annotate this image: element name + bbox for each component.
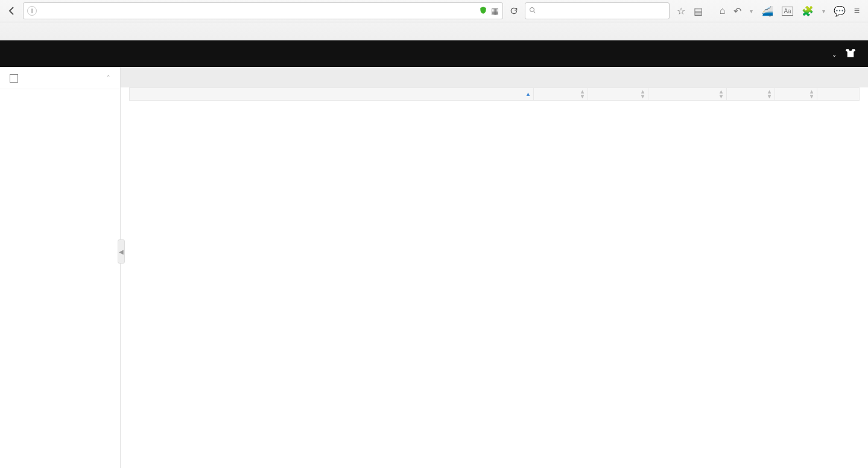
hamburger-icon[interactable]: ≡ [854,5,860,16]
col-delete[interactable] [817,88,860,101]
back-button[interactable] [4,2,21,19]
chat-icon[interactable]: 💬 [834,5,846,17]
user-role-dropdown[interactable]: ⌄ [830,49,837,58]
col-views[interactable]: ▴▾ [727,88,775,101]
theme-icon[interactable] [845,48,856,60]
browser-chrome: i ▦ ☆ ▤ ⌂ ↶ ▾ 🚄 Aa 🧩 [0,0,868,40]
col-edit[interactable]: ▴▾ [775,88,817,101]
info-icon[interactable]: i [27,6,37,16]
tabs [121,67,868,87]
app-header: ⌄ [0,40,868,67]
sidebar-collapse-handle[interactable]: ◀ [118,239,125,264]
content: ▴ ▴▾ ▴▾ ▴▾ ▴▾ [121,87,868,468]
blog-table: ▴ ▴▾ ▴▾ ▴▾ ▴▾ [129,87,860,101]
sidebar-group-blog[interactable]: ˄ [0,67,120,89]
svg-point-0 [530,8,534,12]
bookmarks-bar [0,22,868,40]
star-icon[interactable]: ☆ [677,5,685,17]
train-icon[interactable]: 🚄 [761,5,773,17]
shield-icon[interactable] [479,6,487,16]
search-icon [529,6,536,16]
app-title [12,48,14,60]
undo-icon[interactable]: ↶ [733,5,741,17]
folder-icon [10,74,18,83]
col-author[interactable]: ▴▾ [648,88,727,101]
url-bar[interactable]: i ▦ [23,2,503,19]
toolbar-icons: ☆ ▤ ⌂ ↶ ▾ 🚄 Aa 🧩 ▾ 💬 ≡ [672,5,864,17]
dropdown-icon[interactable]: ▾ [750,8,753,14]
sidebar: ˄ ◀ [0,67,121,468]
aa-icon[interactable]: Aa [782,7,793,16]
col-category[interactable]: ▴▾ [534,88,588,101]
search-bar[interactable] [525,2,670,19]
table-footer [129,101,860,107]
dropdown-icon[interactable]: ▾ [822,8,825,14]
col-title[interactable]: ▴ [130,88,534,101]
sidebar-item-blog-list[interactable] [0,89,120,104]
puzzle-icon[interactable]: 🧩 [802,5,814,17]
home-icon[interactable]: ⌂ [720,5,726,16]
qr-icon[interactable]: ▦ [491,6,499,16]
reload-button[interactable] [505,2,522,19]
chevron-up-icon: ˄ [107,74,110,82]
col-time[interactable]: ▴▾ [588,88,648,101]
clipboard-icon[interactable]: ▤ [694,5,703,17]
main: ▴ ▴▾ ▴▾ ▴▾ ▴▾ [121,67,868,468]
